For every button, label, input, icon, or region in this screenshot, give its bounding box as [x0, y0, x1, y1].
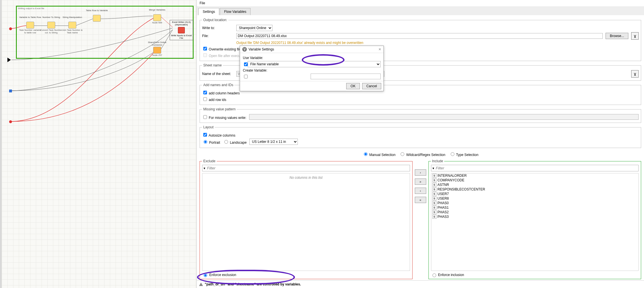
frame-title: Writing output to Excel file	[18, 7, 44, 10]
type-icon: S	[432, 187, 436, 191]
tab-settings[interactable]: Settings	[198, 8, 219, 15]
node-string-manipulation[interactable]: String Manipulation Join Task Number & T…	[60, 16, 84, 34]
type-icon: S	[432, 215, 436, 219]
radio-manual[interactable]	[364, 152, 368, 156]
filter-icon: ▾	[204, 166, 205, 170]
input-port-red-2[interactable]	[9, 120, 12, 123]
check-add-rowids[interactable]	[203, 97, 207, 101]
status-text: "path_or_url" and "sheetname" are contro…	[205, 282, 301, 286]
menubar: File	[197, 0, 644, 6]
selection-mode: Manual Selection Wildcard/Regex Selectio…	[200, 151, 641, 157]
menu-file[interactable]: File	[200, 1, 205, 5]
node-icon	[93, 15, 101, 22]
check-autosize[interactable]	[203, 133, 207, 137]
node-icon	[153, 14, 161, 21]
list-item[interactable]: SRESPONSIBLECOSTCENTER	[431, 187, 639, 192]
check-open-after	[203, 53, 207, 57]
type-icon: S	[432, 178, 436, 182]
exclude-list[interactable]: No columns in this list	[202, 173, 410, 271]
node-icon	[47, 22, 55, 29]
check-overwrite[interactable]	[203, 47, 207, 50]
radio-portrait[interactable]	[204, 140, 207, 144]
node-variable-to-table-row[interactable]: Variable to Table Row Task Number variab…	[18, 16, 42, 34]
select-variable[interactable]: File Name variable	[248, 61, 381, 67]
browse-button[interactable]: Browse...	[606, 33, 628, 39]
input-port-red-1[interactable]	[9, 27, 12, 30]
list-item[interactable]: SPHAS3	[431, 214, 639, 219]
type-icon: S	[432, 192, 436, 196]
label-sheet-name: Name of the sheet:	[202, 72, 233, 76]
exclude-filter[interactable]	[206, 166, 409, 171]
status-bar: "path_or_url" and "sheetname" are contro…	[197, 280, 644, 288]
select-paper[interactable]: US Letter 8 1/2 x 11 in	[249, 139, 298, 145]
list-item[interactable]: SPHAS2	[431, 210, 639, 214]
check-add-headers[interactable]	[203, 91, 207, 94]
close-icon[interactable]: ✕	[378, 47, 381, 51]
group-missing: Missing value pattern For missing values…	[200, 107, 641, 123]
include-panel: Include ▾ SINTERNALORDERSCOMPANYCODESAST…	[428, 159, 641, 279]
node-sharepoint-connector[interactable]: SharePoint Online Connector Node 257	[145, 41, 169, 56]
move-left-button[interactable]: ‹	[415, 188, 426, 194]
radio-regex[interactable]	[401, 152, 404, 156]
ok-button[interactable]: OK	[346, 83, 360, 89]
list-item[interactable]: SPHAS1	[431, 205, 639, 210]
warn-overwrite: Output file 'DM Output 20220711 08.49.xl…	[236, 41, 363, 45]
list-item[interactable]: SUSER7	[431, 192, 639, 196]
tabs: Settings Flow Variables	[197, 6, 644, 15]
type-icon: S	[432, 201, 436, 205]
type-icon: S	[432, 206, 436, 210]
cancel-button[interactable]: Cancel	[362, 83, 381, 89]
tab-flow-variables[interactable]: Flow Variables	[220, 8, 251, 15]
input-file-path[interactable]	[236, 33, 603, 39]
node-number-to-string[interactable]: Number To String Convert Task Number col…	[39, 16, 63, 34]
input-port-blue[interactable]	[9, 90, 12, 92]
node-merge-variables[interactable]: Merge Variables Node 589	[145, 9, 169, 24]
filter-icon: ▾	[432, 166, 434, 170]
check-missing[interactable]	[203, 115, 207, 119]
type-icon: S	[432, 183, 436, 187]
flow-var-button-sheet[interactable]: V̲	[631, 70, 639, 78]
flow-var-button-file[interactable]: V̲	[631, 32, 639, 40]
node-table-row-to-variable[interactable]: Table Row to Variable	[85, 9, 109, 22]
move-right-button[interactable]: ›	[415, 169, 426, 176]
move-all-right-button[interactable]: »	[415, 179, 426, 185]
dialog-title: Variable Settings	[249, 47, 274, 51]
input-port-data[interactable]	[7, 58, 11, 62]
type-icon: S	[432, 210, 436, 214]
exclude-panel: Exclude ▾ No columns in this list Enforc…	[200, 159, 413, 279]
node-icon	[68, 22, 76, 29]
type-icon: S	[432, 174, 436, 178]
move-all-left-button[interactable]: «	[415, 197, 426, 203]
warning-icon	[199, 283, 203, 286]
variable-settings-dialog: V Variable Settings ✕ Use Variable: File…	[240, 46, 384, 91]
list-item[interactable]: SPHAS0	[431, 201, 639, 205]
workflow-canvas[interactable]: Writing output to Excel file Variable to…	[0, 0, 196, 288]
label-create-variable: Create Variable:	[243, 68, 268, 72]
group-layout: Layout Autosize columns Portrait Landsca…	[200, 125, 641, 148]
radio-enforce-exclusion[interactable]	[204, 273, 207, 277]
label-use-variable: Use Variable:	[243, 56, 268, 60]
radio-type[interactable]	[451, 152, 454, 156]
radio-enforce-inclusion[interactable]	[432, 273, 436, 277]
list-item[interactable]: SINTERNALORDER	[431, 173, 639, 178]
include-filter[interactable]	[435, 166, 637, 171]
input-create-variable[interactable]	[311, 74, 381, 79]
move-buttons: › » ‹ «	[415, 158, 426, 280]
include-list[interactable]: SINTERNALORDERSCOMPANYCODESASTNRSRESPONS…	[431, 173, 639, 271]
select-write-to[interactable]: Sharepoint Online	[236, 25, 272, 31]
list-item[interactable]: SUSER8	[431, 196, 639, 201]
list-item[interactable]: SCOMPANYCODE	[431, 178, 639, 182]
node-icon	[153, 47, 161, 54]
input-missing	[249, 114, 639, 120]
dialog-icon: V	[242, 47, 247, 52]
type-icon: S	[432, 196, 436, 200]
node-excel-writer[interactable]: Excel Writer (XLS) (deprecated) Write In…	[170, 20, 193, 40]
check-use-variable[interactable]	[244, 62, 248, 66]
column-filter: Exclude ▾ No columns in this list Enforc…	[200, 158, 641, 280]
radio-landscape[interactable]	[224, 140, 228, 144]
list-item[interactable]: SASTNR	[431, 182, 639, 187]
node-config-panel: File Settings Flow Variables Output loca…	[196, 0, 644, 288]
check-create-variable[interactable]	[244, 75, 248, 78]
node-icon	[26, 22, 34, 29]
label-file: File:	[202, 34, 233, 38]
